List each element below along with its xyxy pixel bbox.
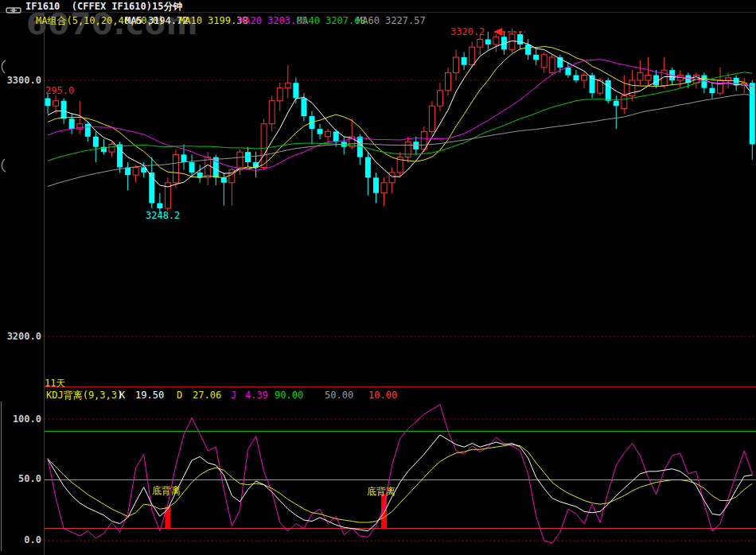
price-axis-label-3200: 3200.0: [2, 331, 41, 342]
kdj-indicator-label[interactable]: KDJ背离(9,3,3): [46, 390, 123, 401]
chain-link-icon[interactable]: [6, 2, 21, 17]
j-label: J: [231, 390, 236, 401]
d-value: 27.06: [193, 390, 221, 401]
bottom-divergence-label-2: 底背离: [367, 486, 396, 497]
level-90-label: 90.00: [275, 390, 303, 401]
d-label: D: [177, 390, 182, 401]
period-label: 11天: [45, 378, 65, 389]
kdj-axis-label-0: 0.0: [2, 534, 41, 545]
price-axis-label-3300: 3300.0: [2, 75, 41, 86]
ma40-value: MA40 3207.68: [297, 15, 366, 26]
kdj-axis-label-50: 50.0: [2, 473, 41, 484]
level-50-label: 50.00: [325, 390, 353, 401]
ma60-value: MA60 3227.57: [357, 15, 426, 26]
k-value: 19.50: [135, 390, 164, 401]
chart-canvas[interactable]: [0, 0, 756, 555]
window-title: IF1610 (CFFEX IF1610)15分钟: [25, 1, 182, 12]
title-bar: IF1610 (CFFEX IF1610)15分钟: [0, 0, 756, 12]
ma10-value: MA10 3199.38: [179, 15, 248, 26]
j-value: 4.39: [245, 390, 268, 401]
kdj-axis-label-100: 100.0: [2, 413, 41, 425]
high-price-label: 3320.2: [450, 26, 485, 37]
bottom-divergence-label-1: 底背离: [152, 485, 181, 496]
low-price-label: 3248.2: [146, 210, 180, 221]
trading-terminal-window: 6070.com IF1610 (CFFEX IF1610)15分钟 MA组合(…: [0, 0, 756, 555]
left-high-price-label: 295.0: [45, 85, 74, 96]
level-10-label: 10.00: [368, 390, 397, 401]
k-label: K: [119, 390, 125, 401]
